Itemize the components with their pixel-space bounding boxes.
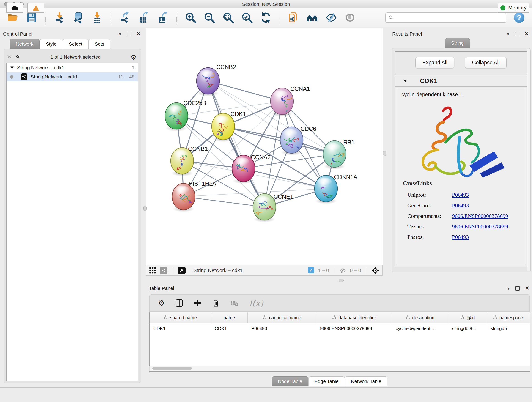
table-cell[interactable]: cyclin-dependent ... xyxy=(392,323,448,333)
control-panel-close-icon[interactable]: ✕ xyxy=(137,31,141,37)
refresh-icon[interactable] xyxy=(260,12,272,24)
network-canvas[interactable]: CCNB2CCNA1CDC25BCDK1CDC6RB1CCNB1CCNA2HIS… xyxy=(146,28,383,265)
network-share-icon[interactable] xyxy=(160,267,167,274)
network-graph[interactable]: CCNB2CCNA1CDC25BCDK1CDC6RB1CCNB1CCNA2HIS… xyxy=(146,28,383,265)
crosslink-compartments-link[interactable]: 9606.ENSP00000378699 xyxy=(452,213,508,219)
first-neighbors-icon[interactable] xyxy=(288,12,300,24)
results-scrollbar[interactable] xyxy=(527,49,530,271)
gear-icon[interactable]: ⚙ xyxy=(130,53,137,61)
crosslink-pharos-link[interactable]: P06493 xyxy=(452,234,469,240)
cloud-button[interactable] xyxy=(6,3,23,13)
table-horizontal-scrollbar[interactable] xyxy=(149,366,530,371)
bottom-splitter-handle[interactable] xyxy=(339,279,344,282)
network-node-CCNA1[interactable]: CCNA1 xyxy=(271,85,310,117)
tab-select[interactable]: Select xyxy=(63,39,89,49)
show-all-eye-icon[interactable] xyxy=(344,12,356,24)
selected-checkbox[interactable]: ✓ xyxy=(308,267,314,274)
birds-eye-view-icon[interactable] xyxy=(178,267,186,274)
add-column-icon[interactable] xyxy=(194,299,201,307)
table-cell[interactable]: P06493 xyxy=(248,323,317,333)
network-node-CCNB1[interactable]: CCNB1 xyxy=(171,145,208,176)
control-panel-collapse-icon[interactable]: ▾ xyxy=(119,32,121,37)
tab-network-table[interactable]: Network Table xyxy=(345,376,388,386)
collapse-all-icon[interactable] xyxy=(6,54,12,60)
save-session-icon[interactable] xyxy=(26,12,38,24)
expand-all-icon[interactable] xyxy=(15,54,21,60)
column-header-database-identifier[interactable]: database identifier xyxy=(317,313,392,323)
fit-content-icon[interactable] xyxy=(371,267,379,274)
export-network-icon[interactable] xyxy=(119,12,131,24)
import-network-database-icon[interactable] xyxy=(72,12,84,24)
tree-expand-icon[interactable] xyxy=(10,65,14,70)
import-network-file-icon[interactable] xyxy=(54,12,65,24)
column-header-canonical-name[interactable]: canonical name xyxy=(248,313,317,323)
tab-edge-table[interactable]: Edge Table xyxy=(308,376,345,386)
column-header-shared-name[interactable]: shared name xyxy=(150,313,211,323)
right-splitter-handle[interactable] xyxy=(383,151,386,156)
node-result-header[interactable]: CDK1 xyxy=(395,75,527,87)
table-panel-close-icon[interactable]: ✕ xyxy=(525,285,529,291)
tab-network[interactable]: Network xyxy=(10,39,40,49)
network-edge-CCNB2-CCNE1[interactable] xyxy=(208,81,264,207)
table-cell[interactable]: stringdb xyxy=(487,323,530,333)
collapse-entry-icon[interactable] xyxy=(403,79,408,83)
table-cell[interactable]: CDK1 xyxy=(211,323,248,333)
export-image-icon[interactable] xyxy=(157,12,169,24)
network-node-HIST1H1A[interactable]: HIST1H1A xyxy=(172,180,216,212)
tab-node-table[interactable]: Node Table xyxy=(272,376,308,386)
memory-button[interactable]: Memory xyxy=(498,3,529,13)
delete-column-icon[interactable] xyxy=(212,299,220,307)
collapse-all-button[interactable]: Collapse All xyxy=(465,57,507,68)
crosslink-genecard-link[interactable]: P06493 xyxy=(452,202,469,209)
network-node-CCNB2[interactable]: CCNB2 xyxy=(196,64,236,96)
tab-style[interactable]: Style xyxy=(40,39,63,49)
left-splitter-handle[interactable] xyxy=(143,206,147,211)
hide-selected-eye-icon[interactable] xyxy=(325,12,337,24)
import-table-icon[interactable] xyxy=(91,12,103,24)
table-cell[interactable]: stringdb:9... xyxy=(448,323,487,333)
hidden-eye-icon[interactable] xyxy=(339,267,346,274)
table-row[interactable]: CDK1CDK1P064939606.ENSP00000378699cyclin… xyxy=(150,323,530,333)
column-header-name[interactable]: name xyxy=(211,313,248,323)
network-row-selected[interactable]: String Network – cdk1 11 48 xyxy=(7,72,138,81)
show-graphics-details-icon[interactable] xyxy=(307,12,318,24)
show-columns-icon[interactable] xyxy=(175,299,183,307)
network-edge-CDK1-RB1[interactable] xyxy=(223,127,335,154)
network-node-CCNA2[interactable]: CCNA2 xyxy=(232,154,271,184)
help-icon[interactable]: ? xyxy=(513,12,525,24)
column-header-description[interactable]: description xyxy=(392,313,448,323)
network-node-CDC25B[interactable]: CDC25B xyxy=(165,99,206,131)
zoom-out-icon[interactable] xyxy=(203,12,215,24)
column-header-@id[interactable]: @id xyxy=(448,313,487,323)
tab-string[interactable]: String xyxy=(445,38,470,48)
network-node-CCNE1[interactable]: CCNE1 xyxy=(253,193,293,222)
results-panel-close-icon[interactable]: ✕ xyxy=(525,31,529,37)
network-edge-CCNE1-HIST1H1A[interactable] xyxy=(184,197,264,207)
export-table-icon[interactable] xyxy=(138,12,150,24)
tab-sets[interactable]: Sets xyxy=(89,39,110,49)
table-panel-float-icon[interactable] xyxy=(515,286,520,291)
network-node-CDKN1A[interactable]: CDKN1A xyxy=(315,173,358,204)
network-node-RB1[interactable]: RB1 xyxy=(323,139,355,170)
table-panel-collapse-icon[interactable]: ▾ xyxy=(507,286,510,291)
zoom-selected-icon[interactable] xyxy=(241,12,253,24)
expand-all-button[interactable]: Expand All xyxy=(415,57,455,68)
results-panel-float-icon[interactable] xyxy=(515,32,519,36)
crosslink-uniprot-link[interactable]: P06493 xyxy=(452,192,469,198)
network-collection-row[interactable]: String Network – cdk1 1 xyxy=(7,63,138,72)
column-header-namespace[interactable]: namespace xyxy=(487,313,530,323)
results-panel-collapse-icon[interactable]: ▾ xyxy=(507,32,509,37)
scrollbar-thumb[interactable] xyxy=(152,367,192,370)
zoom-in-icon[interactable] xyxy=(185,12,196,24)
table-cell[interactable]: CDK1 xyxy=(150,323,211,333)
search-input[interactable] xyxy=(396,15,503,20)
open-session-icon[interactable] xyxy=(7,12,19,24)
grid-view-icon[interactable] xyxy=(149,267,156,274)
zoom-fit-icon[interactable] xyxy=(222,12,234,24)
table-settings-gear-icon[interactable]: ⚙ xyxy=(158,298,165,307)
warnings-button[interactable] xyxy=(27,3,44,13)
table-cell[interactable]: 9606.ENSP00000378699 xyxy=(317,323,392,333)
search-box[interactable] xyxy=(385,12,506,23)
control-panel-float-icon[interactable] xyxy=(127,32,131,36)
crosslink-tissues-link[interactable]: 9606.ENSP00000378699 xyxy=(452,223,508,230)
